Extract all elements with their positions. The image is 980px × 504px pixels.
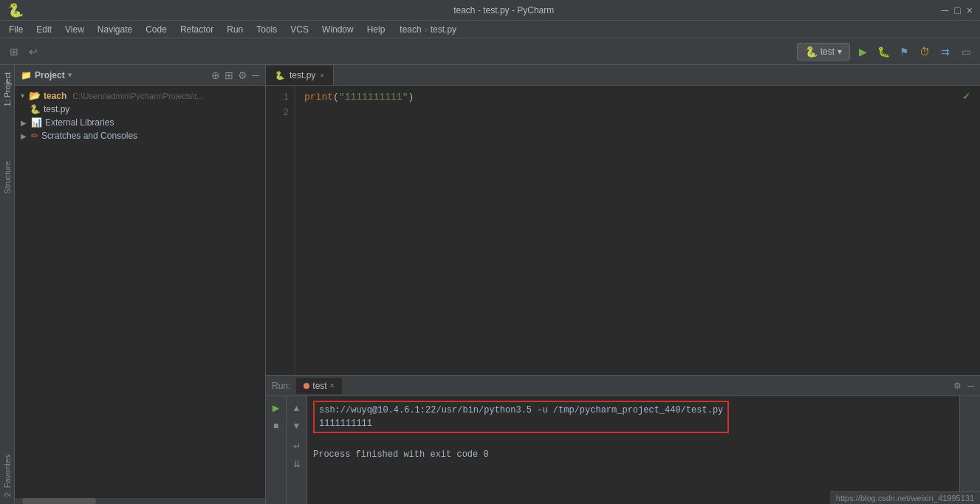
project-dropdown[interactable]: ▾ <box>68 71 72 79</box>
project-panel-header: 📁 Project ▾ ⊕ ⊞ ⚙ ─ <box>15 65 265 86</box>
scratches-chevron: ▶ <box>21 132 27 140</box>
project-panel: 📁 Project ▾ ⊕ ⊞ ⚙ ─ ▾ 📂 teach C:\Users\a… <box>15 65 266 504</box>
ext-libs-chevron: ▶ <box>21 119 27 127</box>
file-tree: ▾ 📂 teach C:\Users\admin\PycharmProjects… <box>15 86 265 498</box>
run-stop-button[interactable]: ■ <box>269 418 284 433</box>
teach-folder-label: teach <box>44 91 66 101</box>
run-wrap-icon[interactable]: ↵ <box>289 439 304 454</box>
run-tab-dot <box>304 383 309 389</box>
toolbar: ⊞ ↩ 🐍 test ▾ ▶ 🐛 ⚑ ⏱ ⇉ ▭ <box>0 38 980 65</box>
output-line-1: 1111111111 <box>319 417 723 430</box>
output-line-3: Process finished with exit code 0 <box>313 448 953 461</box>
run-scroll-down[interactable]: ▼ <box>289 418 304 433</box>
close-button[interactable]: × <box>967 4 973 16</box>
scratches-icon: ✏ <box>31 131 38 141</box>
run-label: Run: <box>272 381 290 391</box>
breadcrumb-file[interactable]: test.py <box>431 24 456 35</box>
run-scroll-up[interactable]: ▲ <box>289 401 304 415</box>
output-line-0: ssh://wuyq@10.4.6.1:22/usr/bin/python3.5… <box>319 404 723 417</box>
run-config-dropdown[interactable]: ▾ <box>837 46 842 57</box>
tree-item-external-libs[interactable]: ▶ 📊 External Libraries <box>15 116 265 129</box>
layout-button[interactable]: ▭ <box>958 44 974 60</box>
window-title: teach - test.py - PyCharm <box>66 5 941 15</box>
toolbar-icon-2[interactable]: ↩ <box>25 44 41 60</box>
sidebar-tab-project[interactable]: 1: Project <box>1 68 13 111</box>
debug-button[interactable]: 🐛 <box>875 44 891 60</box>
line-numbers: 1 2 <box>266 86 295 375</box>
breadcrumb: teach › test.py <box>400 24 456 35</box>
menu-code[interactable]: Code <box>140 23 173 36</box>
run-tab-close[interactable]: × <box>330 382 335 390</box>
run-scroll-controls: ▲ ▼ ↵ ⇊ <box>287 396 307 504</box>
run-minimize-icon[interactable]: ─ <box>967 381 974 391</box>
project-header-icons: ⊕ ⊞ ⚙ ─ <box>211 69 259 81</box>
run-extra-icon[interactable]: ⇊ <box>289 457 304 472</box>
run-panel-header: Run: test × ⚙ ─ <box>266 376 980 396</box>
main-layout: 1: Project Structure 📁 Project ▾ ⊕ ⊞ ⚙ ─… <box>0 65 980 504</box>
run-button[interactable]: ▶ <box>854 44 871 60</box>
run-settings-icon[interactable]: ⚙ <box>953 381 962 391</box>
status-url: https://blog.csdn.net/weixin_41995131 <box>836 494 974 503</box>
toolbar-right: 🐍 test ▾ ▶ 🐛 ⚑ ⏱ ⇉ ▭ <box>797 43 974 61</box>
menu-tools[interactable]: Tools <box>250 23 283 36</box>
menu-window[interactable]: Window <box>316 23 360 36</box>
editor-tabs: 🐍 test.py × <box>266 65 980 86</box>
run-tab-test[interactable]: test × <box>296 378 341 394</box>
tools-button[interactable]: ⇉ <box>937 44 953 60</box>
run-panel-body: ▶ ■ ▲ ▼ ↵ ⇊ ssh://wuyq@10.4.6.1:22/usr/b… <box>266 396 980 504</box>
project-settings-icon[interactable]: ⚙ <box>238 69 247 81</box>
tree-item-scratches[interactable]: ▶ ✏ Scratches and Consoles <box>15 129 265 142</box>
url-bar: https://blog.csdn.net/weixin_41995131 <box>830 491 980 504</box>
toolbar-icon-1[interactable]: ⊞ <box>6 44 22 60</box>
menu-edit[interactable]: Edit <box>30 23 58 36</box>
project-scrollbar[interactable] <box>15 498 265 504</box>
toolbar-left: ⊞ ↩ <box>6 44 41 60</box>
run-tab-label: test <box>312 381 326 391</box>
teach-chevron: ▾ <box>21 92 24 100</box>
tree-item-testpy[interactable]: 🐍 test.py <box>15 103 265 116</box>
tree-item-teach[interactable]: ▾ 📂 teach C:\Users\admin\PycharmProjects… <box>15 89 265 103</box>
minimize-button[interactable]: ─ <box>941 4 948 16</box>
output-line-2 <box>313 435 953 448</box>
editor-tab-label: test.py <box>289 70 315 80</box>
menu-help[interactable]: Help <box>361 23 391 36</box>
teach-folder-path: C:\Users\admin\PycharmProjects\t... <box>72 92 203 100</box>
editor-tab-testpy[interactable]: 🐍 test.py × <box>266 66 334 85</box>
menu-file[interactable]: File <box>3 23 29 36</box>
window-controls[interactable]: ─ □ × <box>941 4 973 16</box>
project-add-icon[interactable]: ⊕ <box>211 69 220 81</box>
run-header-right: ⚙ ─ <box>953 381 974 391</box>
ext-libs-label: External Libraries <box>45 117 114 128</box>
line-number-2: 2 <box>266 106 289 121</box>
run-play-button[interactable]: ▶ <box>269 401 284 415</box>
run-config-selector[interactable]: 🐍 test ▾ <box>797 43 850 61</box>
menu-view[interactable]: View <box>59 23 90 36</box>
profile-button[interactable]: ⏱ <box>916 44 933 60</box>
project-panel-title: 📁 Project ▾ <box>21 70 72 80</box>
menu-vcs[interactable]: VCS <box>284 23 315 36</box>
testpy-icon: 🐍 <box>30 104 41 114</box>
testpy-label: test.py <box>44 104 69 114</box>
editor-tab-close[interactable]: × <box>320 72 324 80</box>
menu-navigate[interactable]: Navigate <box>92 23 138 36</box>
editor-tab-icon: 🐍 <box>275 71 285 80</box>
sidebar-tab-structure[interactable]: Structure <box>1 156 13 199</box>
menu-bar: File Edit View Navigate Code Refactor Ru… <box>0 21 980 38</box>
project-layout-icon[interactable]: ⊞ <box>225 69 233 81</box>
scrollbar-thumb[interactable] <box>22 498 96 504</box>
title-bar: 🐍 teach - test.py - PyCharm ─ □ × <box>0 0 980 21</box>
menu-run[interactable]: Run <box>221 23 249 36</box>
bottom-panel: Run: test × ⚙ ─ ▶ ■ ▲ <box>266 375 980 504</box>
run-output: ssh://wuyq@10.4.6.1:22/usr/bin/python3.5… <box>307 396 959 504</box>
coverage-button[interactable]: ⚑ <box>896 44 912 60</box>
code-checkmark: ✓ <box>962 90 971 102</box>
project-minimize-icon[interactable]: ─ <box>252 69 259 81</box>
menu-refactor[interactable]: Refactor <box>174 23 219 36</box>
run-config-label: test <box>820 46 835 57</box>
code-content[interactable]: print("1111111111") <box>295 86 980 375</box>
sidebar-tab-favorites[interactable]: 2: Favorites <box>1 450 13 501</box>
project-label: Project <box>35 70 65 80</box>
maximize-button[interactable]: □ <box>954 4 960 16</box>
breadcrumb-project[interactable]: teach <box>400 24 421 35</box>
code-editor[interactable]: 1 2 print("1111111111") ✓ <box>266 86 980 375</box>
